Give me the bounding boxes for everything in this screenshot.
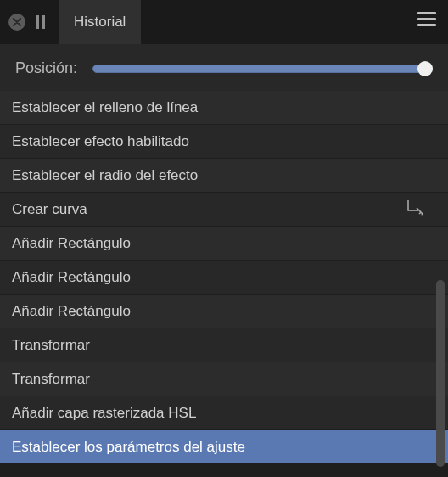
slider-track xyxy=(92,65,433,73)
history-item[interactable]: Crear curva xyxy=(0,193,448,227)
history-item[interactable]: Establecer el relleno de línea xyxy=(0,91,448,125)
history-item[interactable]: Establecer el radio del efecto xyxy=(0,159,448,193)
history-item[interactable]: Establecer efecto habilitado xyxy=(0,125,448,159)
history-item-label: Añadir Rectángulo xyxy=(12,303,131,320)
history-item-label: Establecer el relleno de línea xyxy=(12,99,198,116)
history-item[interactable]: Añadir Rectángulo xyxy=(0,295,448,328)
history-item-label: Añadir Rectángulo xyxy=(12,269,131,286)
history-item-label: Establecer efecto habilitado xyxy=(12,133,189,150)
history-list: Establecer el relleno de líneaEstablecer… xyxy=(0,91,448,464)
position-row: Posición: xyxy=(0,44,448,91)
history-item-label: Transformar xyxy=(12,337,90,354)
history-item[interactable]: Transformar xyxy=(0,362,448,396)
position-label: Posición: xyxy=(15,59,77,77)
tab-historial[interactable]: Historial xyxy=(59,0,141,44)
svg-marker-0 xyxy=(421,212,423,216)
history-item-label: Establecer los parámetros del ajuste xyxy=(12,439,245,456)
history-item-label: Añadir capa rasterizada HSL xyxy=(12,405,196,422)
slider-thumb[interactable] xyxy=(417,61,433,76)
history-item[interactable]: Añadir capa rasterizada HSL xyxy=(0,396,448,430)
history-item-label: Crear curva xyxy=(12,201,87,218)
history-item[interactable]: Añadir Rectángulo xyxy=(0,261,448,295)
menu-button[interactable] xyxy=(417,12,436,26)
close-icon xyxy=(13,18,21,26)
history-item-label: Transformar xyxy=(12,371,90,388)
position-slider[interactable] xyxy=(92,61,433,76)
tab-label: Historial xyxy=(74,14,126,31)
history-item[interactable]: Transformar xyxy=(0,328,448,362)
titlebar: Historial xyxy=(0,0,448,44)
history-item[interactable]: Añadir Rectángulo xyxy=(0,227,448,261)
curve-tool-icon xyxy=(406,198,424,221)
history-item-label: Establecer el radio del efecto xyxy=(12,167,198,184)
pause-icon[interactable] xyxy=(36,15,45,29)
history-item-label: Añadir Rectángulo xyxy=(12,235,131,252)
close-button[interactable] xyxy=(8,14,25,31)
history-item[interactable]: Establecer los parámetros del ajuste xyxy=(0,430,448,464)
scrollbar-thumb[interactable] xyxy=(436,280,445,467)
